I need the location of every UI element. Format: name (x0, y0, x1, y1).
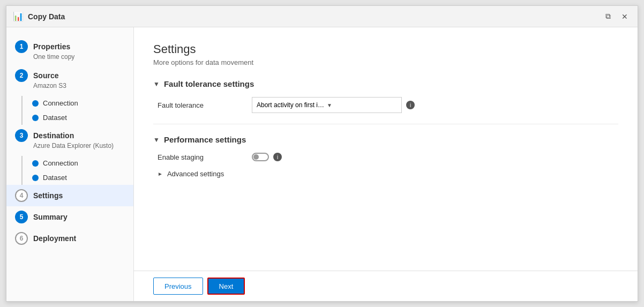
destination-dataset-label: Dataset (43, 174, 67, 182)
step-5-circle: 5 (15, 211, 28, 223)
destination-dataset-dot (32, 175, 39, 181)
title-bar: 📊 Copy Data ⧉ ✕ (6, 6, 638, 27)
sidebar: 1 Properties One time copy 2 Source Amaz… (6, 27, 134, 301)
toggle-knob (253, 154, 259, 160)
advanced-settings-label: Advanced settings (167, 170, 224, 178)
enable-staging-toggle[interactable] (252, 153, 269, 161)
destination-dataset-item[interactable]: Dataset (28, 170, 133, 185)
step-1-sub: One time copy (33, 53, 125, 61)
advanced-expand-icon: ► (158, 171, 163, 177)
step-1-circle: 1 (15, 40, 28, 53)
fault-tolerance-control-wrap: Abort activity on first incompatibl... ▼… (252, 97, 415, 113)
source-dataset-dot (32, 115, 39, 121)
close-button[interactable]: ✕ (618, 11, 631, 22)
page-title: Settings (153, 42, 618, 56)
collapse-icon: ⧉ (605, 12, 611, 21)
fault-tolerance-dropdown[interactable]: Abort activity on first incompatibl... ▼ (252, 97, 402, 113)
fault-collapse-icon[interactable]: ▼ (153, 80, 160, 88)
performance-section: ▼ Performance settings Enable staging i (153, 135, 618, 178)
copy-data-icon: 📊 (13, 11, 24, 21)
step-2-circle: 2 (15, 69, 28, 82)
fault-dropdown-arrow-icon: ▼ (327, 102, 397, 108)
step-4-label: Settings (33, 191, 63, 200)
destination-connection-item[interactable]: Connection (28, 156, 133, 170)
fault-tolerance-info-icon: i (406, 101, 415, 109)
fault-tolerance-section-header: ▼ Fault tolerance settings (153, 79, 618, 88)
content-area: Settings More options for data movement … (134, 27, 638, 271)
sidebar-item-deployment[interactable]: 6 Deployment (6, 228, 133, 249)
step-3-label: Destination (33, 131, 74, 140)
close-icon: ✕ (621, 12, 628, 21)
page-subtitle: More options for data movement (153, 58, 618, 66)
fault-tolerance-value: Abort activity on first incompatibl... (257, 101, 327, 109)
step-4-circle: 4 (15, 189, 28, 202)
step-1-label: Properties (33, 42, 70, 51)
copy-data-window: 📊 Copy Data ⧉ ✕ 1 Properties One time co… (6, 5, 638, 302)
sidebar-item-source[interactable]: 2 Source Amazon S3 (6, 65, 133, 94)
step-2-label: Source (33, 71, 58, 80)
enable-staging-row: Enable staging i (158, 153, 618, 161)
source-connection-item[interactable]: Connection (28, 96, 133, 110)
step-2-sub: Amazon S3 (33, 82, 125, 89)
destination-connection-label: Connection (43, 159, 78, 167)
fault-tolerance-row: Fault tolerance Abort activity on first … (158, 97, 618, 113)
fault-section-title: Fault tolerance settings (164, 79, 254, 88)
step-6-label: Deployment (33, 234, 76, 243)
perf-collapse-icon[interactable]: ▼ (153, 136, 160, 144)
title-bar-right: ⧉ ✕ (602, 11, 631, 22)
source-connection-dot (32, 100, 39, 107)
step-3-circle: 3 (15, 129, 28, 142)
sidebar-item-summary[interactable]: 5 Summary (6, 206, 133, 228)
enable-staging-toggle-container: i (252, 153, 282, 161)
enable-staging-info-icon: i (273, 153, 282, 161)
sidebar-item-destination[interactable]: 3 Destination Azure Data Explorer (Kusto… (6, 125, 133, 154)
source-dataset-item[interactable]: Dataset (28, 110, 133, 125)
section-divider (153, 124, 618, 124)
window-title: Copy Data (28, 12, 65, 21)
source-sub-items: Connection Dataset (21, 96, 133, 125)
destination-connection-dot (32, 160, 39, 167)
window-body: 1 Properties One time copy 2 Source Amaz… (6, 27, 638, 301)
source-dataset-label: Dataset (43, 114, 67, 122)
footer: Previous Next (134, 271, 638, 301)
enable-staging-label: Enable staging (158, 153, 243, 161)
next-button[interactable]: Next (207, 278, 245, 295)
previous-button[interactable]: Previous (153, 278, 203, 295)
sidebar-item-properties[interactable]: 1 Properties One time copy (6, 36, 133, 65)
step-5-label: Summary (33, 213, 68, 221)
destination-sub-items: Connection Dataset (21, 156, 133, 185)
performance-section-header: ▼ Performance settings (153, 135, 618, 144)
title-bar-left: 📊 Copy Data (13, 11, 65, 21)
collapse-button[interactable]: ⧉ (602, 11, 614, 22)
step-6-circle: 6 (15, 232, 28, 245)
perf-section-title: Performance settings (164, 135, 246, 144)
source-connection-label: Connection (43, 99, 78, 107)
fault-tolerance-label: Fault tolerance (158, 101, 243, 109)
sidebar-item-settings[interactable]: 4 Settings (6, 185, 133, 206)
advanced-settings-row[interactable]: ► Advanced settings (158, 170, 618, 178)
main-content: Settings More options for data movement … (134, 27, 638, 301)
step-3-sub: Azure Data Explorer (Kusto) (33, 142, 125, 149)
